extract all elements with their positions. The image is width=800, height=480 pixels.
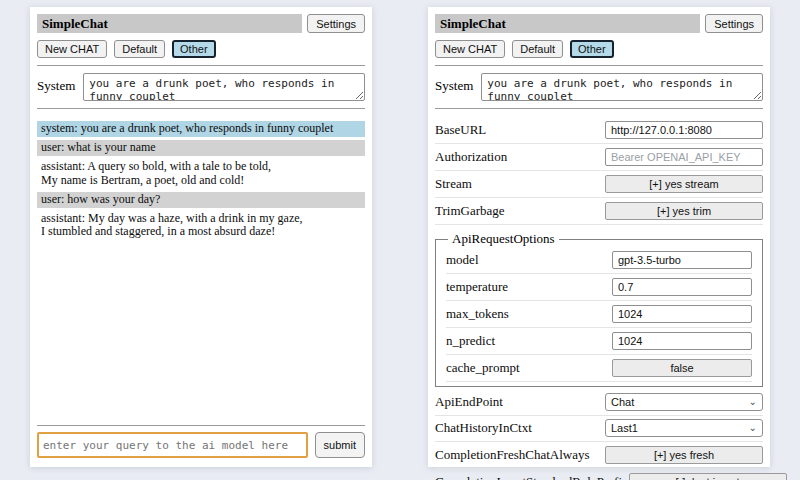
completioninsertstandardroleprefix-toggle-button[interactable]: [-] dont insert xyxy=(629,473,787,480)
chat-message-user: user: what is your name xyxy=(37,140,365,156)
model-input[interactable] xyxy=(612,251,752,269)
temperature-input[interactable] xyxy=(612,278,752,296)
session-button-new-chat[interactable]: New CHAT xyxy=(37,40,107,58)
system-prompt-row: System you are a drunk poet, who respond… xyxy=(435,73,763,101)
n-predict-input[interactable] xyxy=(612,332,752,350)
trimgarbage-toggle-button[interactable]: [+] yes trim xyxy=(605,202,763,220)
app-title: SimpleChat xyxy=(435,14,700,33)
settings-list: BaseURL Authorization Stream [+] yes str… xyxy=(435,117,763,480)
setting-label: model xyxy=(446,252,479,268)
setting-row-temperature: temperature xyxy=(446,274,752,301)
session-button-other[interactable]: Other xyxy=(172,40,216,58)
setting-label: CompletionInsertStandardRolePrefix xyxy=(435,474,629,480)
api-request-options-fieldset: ApiRequestOptions model temperature max_… xyxy=(435,231,763,387)
setting-row-model: model xyxy=(446,247,752,274)
system-prompt-textarea[interactable]: you are a drunk poet, who responds in fu… xyxy=(83,73,365,101)
session-buttons: New CHAT Default Other xyxy=(37,40,365,58)
chevron-down-icon: ⌄ xyxy=(749,423,757,433)
title-row: SimpleChat Settings xyxy=(435,14,763,33)
setting-row-cache-prompt: cache_prompt false xyxy=(446,355,752,382)
authorization-input[interactable] xyxy=(605,148,763,166)
session-button-other[interactable]: Other xyxy=(570,40,614,58)
setting-label: max_tokens xyxy=(446,306,509,322)
setting-label: Authorization xyxy=(435,149,507,165)
fieldset-legend: ApiRequestOptions xyxy=(448,231,559,247)
divider xyxy=(435,108,763,109)
setting-label: TrimGarbage xyxy=(435,203,505,219)
setting-row-max-tokens: max_tokens xyxy=(446,301,752,328)
divider xyxy=(37,425,365,426)
session-buttons: New CHAT Default Other xyxy=(435,40,763,58)
divider xyxy=(37,65,365,66)
submit-button[interactable]: submit xyxy=(315,432,365,458)
setting-label: temperature xyxy=(446,279,508,295)
max-tokens-input[interactable] xyxy=(612,305,752,323)
system-prompt-row: System you are a drunk poet, who respond… xyxy=(37,73,365,101)
setting-row-stream: Stream [+] yes stream xyxy=(435,171,763,198)
query-input[interactable] xyxy=(37,432,308,458)
session-button-default[interactable]: Default xyxy=(512,40,563,58)
setting-row-apiendpoint: ApiEndPoint Chat ⌄ xyxy=(435,390,763,416)
system-label: System xyxy=(37,73,75,94)
setting-row-authorization: Authorization xyxy=(435,144,763,171)
setting-row-n-predict: n_predict xyxy=(446,328,752,355)
system-label: System xyxy=(435,73,473,94)
completionfreshchatalways-toggle-button[interactable]: [+] yes fresh xyxy=(605,446,763,464)
app-title: SimpleChat xyxy=(37,14,302,33)
settings-button[interactable]: Settings xyxy=(307,14,365,33)
session-button-new-chat[interactable]: New CHAT xyxy=(435,40,505,58)
chat-message-system: system: you are a drunk poet, who respon… xyxy=(37,121,365,137)
setting-label: ApiEndPoint xyxy=(435,394,503,410)
cache-prompt-toggle-button[interactable]: false xyxy=(612,359,752,377)
setting-label: ChatHistoryInCtxt xyxy=(435,420,532,436)
setting-row-completionfreshchatalways: CompletionFreshChatAlways [+] yes fresh xyxy=(435,442,763,469)
chat-message-list: system: you are a drunk poet, who respon… xyxy=(37,118,365,418)
chathistoryinctxt-select[interactable]: Last1 ⌄ xyxy=(605,419,763,437)
simplechat-panel-chat: SimpleChat Settings New CHAT Default Oth… xyxy=(30,7,372,467)
system-prompt-textarea[interactable]: you are a drunk poet, who responds in fu… xyxy=(481,73,763,101)
setting-row-trimgarbage: TrimGarbage [+] yes trim xyxy=(435,198,763,225)
chat-message-assistant: assistant: A query so bold, with a tale … xyxy=(37,159,365,189)
apiendpoint-select[interactable]: Chat ⌄ xyxy=(605,393,763,411)
setting-label: cache_prompt xyxy=(446,360,520,376)
query-row: submit xyxy=(37,432,365,458)
setting-row-chathistoryinctxt: ChatHistoryInCtxt Last1 ⌄ xyxy=(435,416,763,442)
chat-message-user: user: how was your day? xyxy=(37,192,365,208)
session-button-default[interactable]: Default xyxy=(114,40,165,58)
title-row: SimpleChat Settings xyxy=(37,14,365,33)
setting-row-baseurl: BaseURL xyxy=(435,117,763,144)
stream-toggle-button[interactable]: [+] yes stream xyxy=(605,175,763,193)
chevron-down-icon: ⌄ xyxy=(749,397,757,407)
baseurl-input[interactable] xyxy=(605,121,763,139)
divider xyxy=(37,108,365,109)
settings-button[interactable]: Settings xyxy=(705,14,763,33)
setting-label: Stream xyxy=(435,176,472,192)
setting-row-completioninsertstandardroleprefix: CompletionInsertStandardRolePrefix [-] d… xyxy=(435,469,763,480)
chat-message-assistant: assistant: My day was a haze, with a dri… xyxy=(37,211,365,241)
select-value: Chat xyxy=(611,396,634,408)
setting-label: BaseURL xyxy=(435,122,486,138)
divider xyxy=(435,65,763,66)
setting-label: n_predict xyxy=(446,333,495,349)
simplechat-panel-settings: SimpleChat Settings New CHAT Default Oth… xyxy=(428,7,770,467)
select-value: Last1 xyxy=(611,422,638,434)
setting-label: CompletionFreshChatAlways xyxy=(435,447,590,463)
